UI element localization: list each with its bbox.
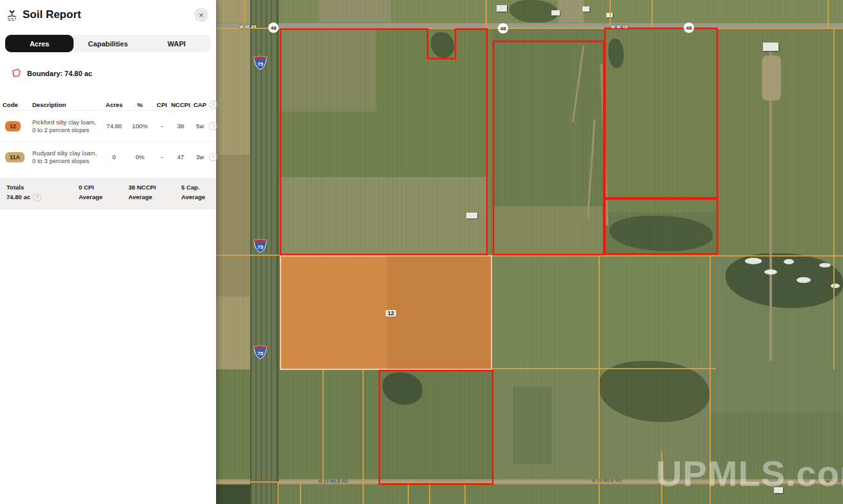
road-label-wm48-right: W M 48 bbox=[611, 24, 628, 29]
col-cpi: CPI bbox=[154, 101, 170, 108]
cell-cap: 3w bbox=[191, 153, 209, 160]
soil-area-12-shade bbox=[387, 256, 491, 369]
col-cap: CAP bbox=[191, 101, 209, 108]
route-48-shield: 48 bbox=[268, 23, 279, 33]
cell-nccpi: 38 bbox=[170, 122, 191, 130]
interstate-75-number: 75 bbox=[253, 244, 267, 250]
totals-nccpi: 38 NCCPI Average bbox=[128, 183, 181, 202]
tab-wapi[interactable]: WAPI bbox=[143, 35, 211, 52]
interstate-75-number: 75 bbox=[253, 61, 267, 67]
close-icon[interactable]: × bbox=[194, 8, 208, 22]
route-48-shield: 48 bbox=[498, 23, 508, 34]
road-label-w23-left: W 23 MILE RD bbox=[318, 479, 348, 483]
boundary-parcel-ne[interactable] bbox=[605, 28, 717, 198]
help-icon[interactable]: ? bbox=[209, 153, 217, 161]
col-nccpi: NCCPI bbox=[170, 101, 191, 108]
boundary-label: Boundary: 74.80 ac bbox=[27, 70, 92, 77]
help-icon[interactable]: ? bbox=[209, 122, 217, 130]
satellite-map[interactable]: 12 W M 48 W M 48 W 23 MILE RD W 23 MILE … bbox=[216, 0, 843, 504]
cell-acres: 0 bbox=[102, 153, 126, 160]
col-code: Code bbox=[3, 101, 32, 108]
soil-code-map-label: 12 bbox=[386, 310, 396, 316]
boundary-parcel-n-mid[interactable] bbox=[493, 41, 604, 255]
soil-code-badge: 12 bbox=[5, 121, 21, 131]
col-description: Description bbox=[32, 101, 102, 108]
upmls-watermark: UPMLS.com bbox=[656, 452, 843, 494]
help-icon[interactable]: ? bbox=[209, 101, 217, 109]
interstate-75-shield: 75 bbox=[253, 345, 267, 360]
help-icon[interactable]: ? bbox=[33, 193, 41, 202]
tab-capabilities[interactable]: Capabilities bbox=[74, 35, 142, 52]
boundary-parcel-s[interactable] bbox=[379, 371, 493, 484]
cell-percent: 0% bbox=[126, 153, 154, 160]
page-title: Soil Report bbox=[23, 8, 194, 21]
panel-header: Soil Report × bbox=[0, 0, 216, 24]
tab-bar: Acres Capabilities WAPI bbox=[5, 35, 211, 52]
table-row: 12 Pickford silty clay loam, 0 to 2 perc… bbox=[0, 110, 216, 141]
soil-report-panel: Soil Report × Acres Capabilities WAPI Bo… bbox=[0, 0, 216, 504]
totals-bar: Totals 74.80 ac? 0 CPI Average 38 NCCPI … bbox=[0, 178, 216, 209]
road-label-w23-mid: W 23 MILE RD bbox=[591, 478, 622, 483]
boundary-polygon-icon bbox=[12, 68, 21, 78]
col-percent: % bbox=[126, 101, 154, 108]
cell-acres: 74.80 bbox=[102, 122, 126, 130]
boundary-parcel-nw[interactable] bbox=[281, 29, 487, 255]
cell-cap: 5w bbox=[191, 122, 209, 130]
interstate-75-shield: 75 bbox=[253, 238, 267, 253]
boundary-parcel-e-strip[interactable] bbox=[605, 199, 717, 254]
road-label-wm48-left: W M 48 bbox=[239, 24, 257, 29]
route-48-shield: 48 bbox=[684, 23, 694, 33]
cell-cpi: - bbox=[154, 122, 170, 130]
boundary-summary: Boundary: 74.80 ac bbox=[12, 68, 216, 78]
cell-nccpi: 47 bbox=[170, 153, 191, 160]
cell-cpi: - bbox=[154, 153, 170, 160]
cell-percent: 100% bbox=[126, 122, 154, 130]
interstate-75-number: 75 bbox=[253, 351, 267, 356]
totals-acres: Totals 74.80 ac? bbox=[6, 183, 79, 202]
interstate-75-shield: 75 bbox=[253, 55, 267, 70]
table-header: Code Description Acres % CPI NCCPI CAP ? bbox=[0, 99, 216, 110]
tab-acres[interactable]: Acres bbox=[5, 35, 74, 52]
soil-plant-icon bbox=[6, 9, 17, 21]
soil-report-screen: 12 W M 48 W M 48 W 23 MILE RD W 23 MILE … bbox=[0, 0, 843, 504]
soil-description: Rudyard silty clay loam, 0 to 3 percent … bbox=[32, 150, 102, 165]
totals-cpi: 0 CPI Average bbox=[79, 183, 128, 202]
totals-cap: 5 Cap. Average bbox=[181, 183, 223, 202]
soil-code-badge: 11A bbox=[5, 152, 25, 162]
table-row: 11A Rudyard silty clay loam, 0 to 3 perc… bbox=[0, 141, 216, 172]
soil-description: Pickford silty clay loam, 0 to 2 percent… bbox=[32, 119, 102, 134]
col-acres: Acres bbox=[102, 101, 126, 108]
